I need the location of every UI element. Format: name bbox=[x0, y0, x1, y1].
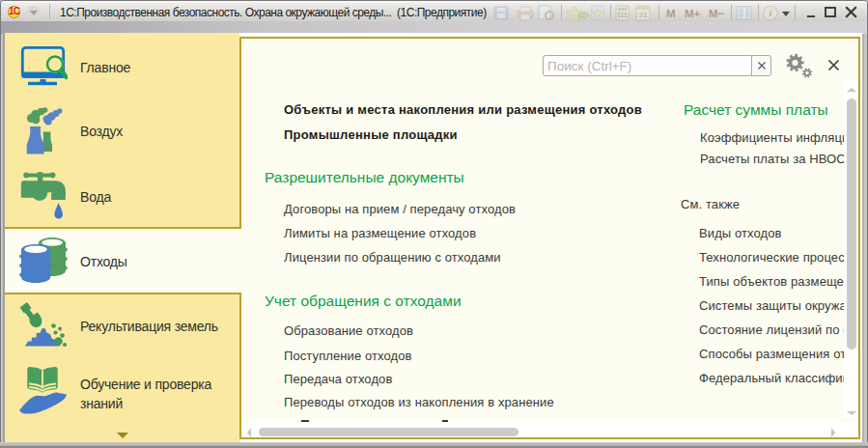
svg-text:M: M bbox=[666, 8, 676, 19]
svg-text:M−: M− bbox=[709, 8, 725, 19]
svg-text:31: 31 bbox=[639, 11, 648, 19]
svg-text:i: i bbox=[770, 8, 772, 18]
svg-text:M+: M+ bbox=[685, 8, 701, 19]
